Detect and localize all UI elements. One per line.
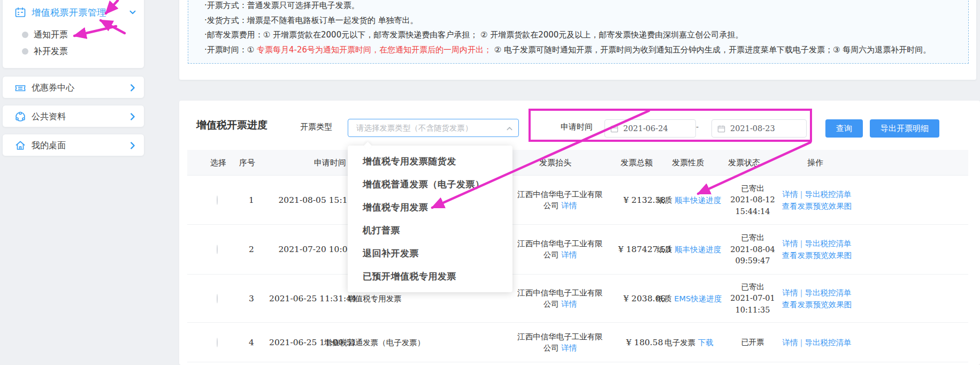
row-actions: 详情|导出税控清单查看发票预览效果图: [755, 238, 878, 261]
row-apply-time: 2021-07-20 10:0: [278, 245, 347, 254]
shipping-progress-link[interactable]: 顺丰快递进度: [675, 195, 721, 204]
table-row: 2 2021-07-20 10:0 江西中信华电子工业有限公司 详情 ¥ 187…: [187, 225, 968, 275]
row-apply-time: 2021-08-05 15:1: [278, 195, 347, 205]
row-radio-button[interactable]: [217, 338, 218, 347]
export-tax-list-link[interactable]: 导出税控清单: [805, 288, 851, 297]
sidebar-card-label[interactable]: 优惠券中心: [32, 82, 74, 94]
shipping-progress-link[interactable]: 顺丰快递进度: [675, 245, 721, 254]
row-invoice-nature: 纸质 顺丰快递进度: [657, 245, 722, 255]
chevron-down-icon[interactable]: [128, 7, 137, 17]
chevron-right-icon: [128, 112, 137, 121]
annotation-rectangle: [529, 109, 812, 142]
row-actions: 详情|导出税控清单查看发票预览效果图: [755, 287, 878, 310]
row-actions: 详情|导出税控清单查看发票预览效果图: [755, 188, 878, 212]
invoice-type-select[interactable]: 请选择发票类型（不含随货发票）: [348, 119, 519, 137]
calendar-icon: [14, 6, 26, 18]
export-tax-list-link[interactable]: 导出税控清单: [805, 338, 851, 347]
sidebar-item-reissue-invoice[interactable]: 补开发票: [3, 46, 144, 57]
detail-link[interactable]: 详情: [783, 338, 798, 347]
table-body: 1 2021-08-05 15:1 江西中信华电子工业有限公司 详情 ¥ 213…: [187, 176, 968, 362]
row-radio-button[interactable]: [217, 195, 218, 205]
row-radio-button[interactable]: [217, 294, 218, 303]
row-seq: 3: [249, 294, 254, 303]
row-radio-button[interactable]: [217, 245, 218, 254]
select-placeholder: 请选择发票类型（不含随货发票）: [356, 123, 473, 133]
col-header-select: 选择: [210, 157, 226, 168]
sidebar-item-notify-invoicing[interactable]: 通知开票: [3, 29, 144, 40]
dropdown-option[interactable]: 增值税专用发票: [348, 196, 512, 219]
col-header-title: 发票抬头: [539, 157, 571, 168]
chevron-up-icon: [506, 125, 513, 132]
dropdown-option[interactable]: 增值税专用发票随货发: [348, 150, 512, 173]
col-header-time: 申请时间: [314, 157, 346, 168]
col-header-amount: 发票总额: [621, 157, 653, 168]
detail-link[interactable]: 详情: [783, 239, 798, 248]
col-header-nature: 发票性质: [672, 157, 704, 168]
red-warning-text: 专票每月4-26号为通知开票时间，在您通知开票后的一周内开出；: [257, 45, 492, 55]
sidebar-subitem-label[interactable]: 通知开票: [34, 29, 68, 41]
invoice-type-label: 开票类型: [300, 122, 332, 132]
export-invoice-details-button[interactable]: 导出开票明细: [870, 119, 939, 138]
detail-link[interactable]: 详情: [783, 190, 798, 199]
dropdown-option[interactable]: 退回补开发票: [348, 242, 512, 265]
title-detail-link[interactable]: 详情: [561, 250, 577, 259]
export-tax-list-link[interactable]: 导出税控清单: [805, 239, 851, 248]
table-header: 选择 序号 申请时间 发票类型 发票抬头 发票总额 发票性质 发票状态 操作: [187, 150, 968, 176]
row-seq: 2: [249, 245, 254, 254]
row-actions: 详情|导出税控清单: [755, 337, 878, 348]
row-invoice-title: 江西中信华电子工业有限公司 详情: [517, 331, 603, 354]
bullet-dot-icon: [22, 48, 28, 55]
row-invoice-type: 增值税普通发票（电子发票）: [324, 337, 425, 347]
notice-line-shipping-method: ·发货方式：增票是不随着电路板订单一起发货的 单独寄出。: [204, 13, 958, 28]
sidebar-menu-card: 增值税票开票管理 通知开票 补开发票: [2, 0, 144, 69]
notice-line-invoicing-time: ·开票时间：① 专票每月4-26号为通知开票时间，在您通知开票后的一周内开出； …: [204, 43, 958, 58]
notice-line-invoice-method: ·开票方式：普通发票只可选择开电子发票。: [204, 0, 958, 13]
invoice-notice-box: ·开票方式：普通发票只可选择开电子发票。 ·发货方式：增票是不随着电路板订单一起…: [188, 0, 969, 64]
export-tax-list-link[interactable]: 导出税控清单: [805, 190, 851, 199]
detail-link[interactable]: 详情: [783, 288, 798, 297]
row-invoice-type: 增值税专用发票: [347, 293, 402, 303]
col-header-actions: 操作: [807, 157, 823, 168]
sidebar-menu-title[interactable]: 增值税票开票管理: [32, 6, 106, 19]
table-row: 4 2021-06-25 11:00:51 增值税普通发票（电子发票） 江西中信…: [187, 323, 968, 362]
dropdown-option[interactable]: 增值税普通发票（电子发票）: [348, 173, 512, 196]
home-icon: [14, 140, 26, 151]
table-row: 3 2021-06-25 11:31:44 增值税专用发票 江西中信华电子工业有…: [187, 275, 968, 323]
row-invoice-nature: 电子发票 下载: [664, 337, 714, 347]
notice-line-mailing-fee: ·邮寄发票费用：① 开增票货款在2000元以下，邮寄发票快递费由客户承担； ② …: [204, 28, 958, 43]
chevron-right-icon: [128, 141, 137, 150]
table-row: 1 2021-08-05 15:1 江西中信华电子工业有限公司 详情 ¥ 213…: [187, 176, 968, 225]
sidebar-item-vat-invoice-management[interactable]: 增值税票开票管理: [3, 6, 144, 19]
invoice-notice-card: ·开票方式：普通发票只可选择开电子发票。 ·发货方式：增票是不随着电路板订单一起…: [179, 0, 977, 80]
invoice-type-dropdown: 增值税专用发票随货发 增值税普通发票（电子发票） 增值税专用发票 机打普票 退回…: [348, 146, 512, 292]
search-button[interactable]: 查询: [825, 119, 863, 138]
sidebar-card-label[interactable]: 公共资料: [32, 111, 66, 123]
row-seq: 4: [249, 338, 254, 347]
dropdown-option[interactable]: 已预开增值税专用发票: [348, 265, 512, 288]
download-invoice-link[interactable]: 下载: [698, 338, 714, 346]
sidebar-item-coupon-center[interactable]: 优惠券中心: [2, 76, 144, 98]
coupon-icon: [14, 82, 26, 94]
shipping-progress-link[interactable]: EMS快递进度: [674, 294, 722, 302]
title-detail-link[interactable]: 详情: [561, 344, 577, 352]
col-header-status: 发票状态: [728, 157, 760, 168]
share-icon: [14, 111, 26, 123]
title-detail-link[interactable]: 详情: [561, 201, 577, 210]
sidebar-item-my-desktop[interactable]: 我的桌面: [2, 134, 144, 156]
col-header-seq: 序号: [239, 157, 255, 168]
title-detail-link[interactable]: 详情: [561, 300, 577, 308]
sidebar-card-label[interactable]: 我的桌面: [32, 140, 66, 151]
preview-invoice-link[interactable]: 查看发票预览效果图: [782, 202, 852, 210]
row-apply-time: 2021-06-25 11:31:44: [269, 294, 357, 303]
chevron-right-icon: [128, 83, 137, 93]
row-invoice-nature: 纸质 顺丰快递进度: [657, 195, 722, 205]
notice-lines: ·开票方式：普通发票只可选择开电子发票。 ·发货方式：增票是不随着电路板订单一起…: [204, 0, 958, 57]
row-invoice-title: 江西中信华电子工业有限公司 详情: [517, 189, 603, 211]
bullet-dot-icon: [22, 32, 28, 38]
sidebar-item-public-resources[interactable]: 公共资料: [2, 105, 144, 127]
preview-invoice-link[interactable]: 查看发票预览效果图: [782, 251, 852, 260]
row-invoice-title: 江西中信华电子工业有限公司 详情: [517, 287, 603, 310]
preview-invoice-link[interactable]: 查看发票预览效果图: [782, 300, 852, 309]
dropdown-option[interactable]: 机打普票: [348, 219, 512, 242]
sidebar-subitem-label[interactable]: 补开发票: [34, 46, 68, 57]
